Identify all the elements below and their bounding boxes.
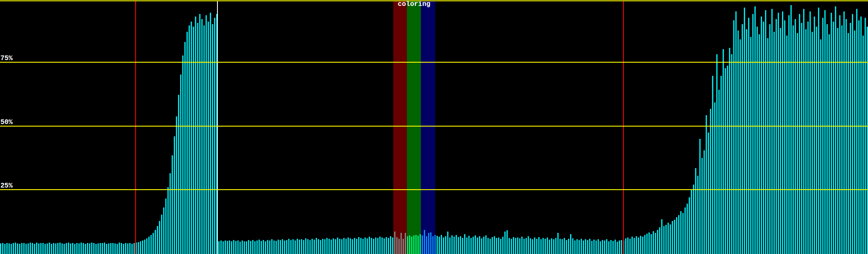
histogram-bar — [142, 240, 143, 254]
histogram-bar — [742, 24, 743, 254]
histogram-bar — [721, 76, 722, 254]
histogram-bar — [19, 244, 20, 254]
histogram-bar — [443, 237, 444, 254]
histogram-bar — [449, 237, 451, 254]
color-band-blue — [421, 1, 435, 254]
histogram-bar — [585, 239, 586, 254]
y-axis-label-50: 50% — [0, 119, 13, 126]
histogram-bar — [239, 242, 241, 254]
histogram-bar — [352, 239, 353, 254]
histogram-bar — [280, 240, 281, 254]
histogram-bar — [818, 8, 819, 254]
histogram-bar — [426, 236, 427, 254]
histogram-bar — [371, 238, 372, 254]
color-band-red — [393, 1, 407, 254]
histogram-bar — [458, 237, 459, 254]
histogram-bar — [509, 238, 510, 254]
histogram-bar — [826, 24, 828, 254]
histogram-bar — [504, 232, 506, 254]
histogram-bar — [186, 32, 188, 254]
histogram-bar — [377, 238, 378, 254]
histogram-bar — [292, 239, 294, 254]
spectrum-visualizer: 75% 50% 25% coloring — [0, 0, 868, 254]
histogram-bar — [824, 10, 826, 254]
histogram-bar — [102, 243, 103, 254]
histogram-bar — [850, 23, 851, 254]
histogram-bar — [725, 68, 726, 254]
histogram-bar — [687, 204, 688, 254]
histogram-bar — [439, 237, 440, 254]
histogram-bar — [0, 243, 1, 254]
histogram-bar — [341, 239, 342, 254]
histogram-bar — [735, 11, 737, 254]
histogram-bar — [51, 244, 52, 254]
histogram-bar — [193, 27, 194, 254]
histogram-bar — [305, 238, 306, 254]
histogram-bar — [627, 237, 629, 254]
histogram-bar — [420, 234, 421, 254]
histogram-bar — [182, 55, 184, 254]
histogram-bar — [498, 237, 499, 254]
histogram-bar — [625, 238, 626, 254]
histogram-bar — [229, 240, 230, 254]
histogram-bar — [47, 243, 48, 254]
histogram-bar — [223, 241, 224, 254]
histogram-bar — [335, 239, 336, 254]
histogram-bar — [547, 237, 548, 254]
histogram-bar — [356, 239, 357, 254]
histogram-bar — [460, 236, 461, 254]
histogram-bar — [856, 9, 857, 254]
histogram-bar — [807, 22, 809, 254]
histogram-bar — [4, 244, 6, 254]
histogram-bar — [95, 244, 97, 254]
histogram-bar — [697, 176, 698, 254]
histogram-bar — [415, 235, 417, 254]
histogram-bar — [468, 236, 470, 254]
histogram-bar — [848, 33, 849, 254]
histogram-bar — [788, 15, 790, 254]
histogram-bar — [523, 239, 525, 254]
histogram-bar — [360, 238, 362, 254]
histogram-bar — [422, 235, 423, 254]
histogram-bar — [553, 239, 554, 254]
histogram-bar — [246, 241, 247, 254]
histogram-bar — [409, 235, 410, 254]
histogram-bar — [252, 240, 253, 254]
histogram-bar — [589, 239, 590, 254]
histogram-bar — [604, 240, 605, 254]
histogram-bar — [354, 238, 355, 254]
histogram-bar — [384, 238, 385, 254]
histogram-bar — [93, 243, 95, 254]
histogram-bar — [693, 185, 694, 254]
histogram-bar — [11, 244, 12, 254]
histogram-bar — [862, 36, 864, 254]
gridline-50 — [0, 126, 868, 127]
histogram-bar — [434, 235, 436, 254]
histogram-bar — [740, 39, 741, 254]
histogram-bar — [723, 49, 724, 254]
histogram-bar — [208, 22, 209, 254]
histogram-bar — [13, 243, 14, 254]
histogram-bar — [32, 243, 33, 254]
histogram-bar — [271, 239, 273, 254]
histogram-bar — [642, 237, 643, 254]
histogram-bar — [417, 236, 419, 254]
histogram-bar — [303, 240, 304, 254]
histogram-bar — [350, 238, 351, 254]
histogram-bar — [121, 243, 122, 254]
histogram-bar — [218, 241, 220, 254]
histogram-bar — [178, 95, 179, 254]
histogram-bar — [729, 48, 730, 254]
histogram-bar — [708, 133, 709, 254]
histogram-bar — [704, 150, 705, 254]
histogram-bar — [759, 34, 760, 254]
histogram-bar — [695, 168, 696, 254]
histogram-bar — [81, 243, 82, 254]
histogram-bar — [362, 239, 364, 254]
histogram-bar — [316, 238, 317, 254]
histogram-bar — [237, 240, 239, 254]
histogram-bar — [286, 240, 287, 254]
histogram-bar — [250, 241, 251, 254]
histogram-bar — [413, 235, 415, 254]
histogram-bar — [295, 240, 296, 254]
